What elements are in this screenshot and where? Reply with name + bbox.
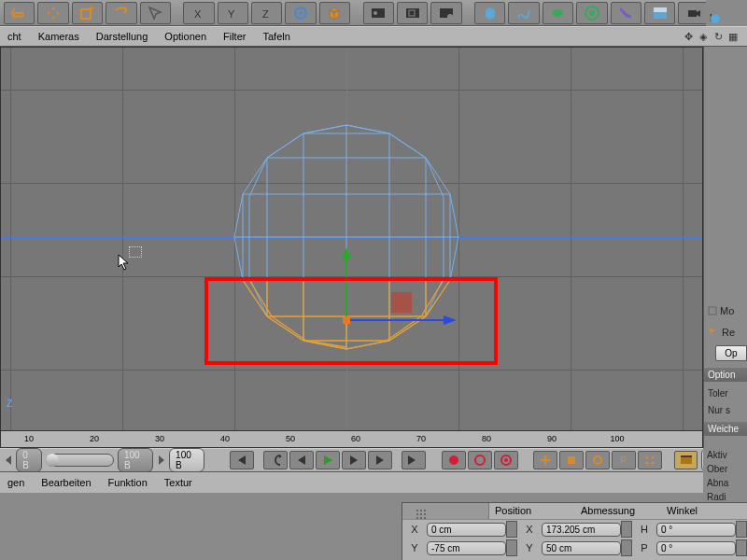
panel-grip-icon[interactable] — [402, 503, 489, 519]
dim-x-input[interactable]: 173.205 cm — [542, 523, 621, 537]
header-winkel: Winkel — [661, 503, 747, 519]
viewport[interactable]: Z — [0, 47, 703, 448]
frame-start-field[interactable]: 0 B — [16, 448, 42, 472]
menu-tafeln[interactable]: Tafeln — [262, 31, 289, 42]
header-position: Position — [489, 503, 575, 519]
pos-y-input[interactable]: -75 cm — [427, 541, 506, 555]
svg-point-50 — [475, 455, 485, 465]
key-scale-button[interactable] — [559, 451, 584, 469]
frame-end-field[interactable]: 100 B — [118, 448, 153, 472]
key-all-button[interactable] — [638, 451, 662, 469]
key-param-button[interactable]: P — [612, 451, 636, 469]
pan-view-icon[interactable]: ✥ — [682, 30, 695, 43]
primitive-icon[interactable] — [474, 2, 505, 24]
soft-surface[interactable]: Ober — [703, 462, 746, 476]
playback-controls — [230, 451, 426, 469]
redo-icon[interactable] — [106, 2, 136, 24]
generator-icon[interactable] — [576, 2, 607, 24]
timeline-prev-icon[interactable] — [4, 454, 12, 467]
label-y2: Y — [517, 542, 542, 553]
opt-tolerance[interactable]: Toler — [704, 386, 747, 400]
prev-frame-button[interactable] — [289, 451, 314, 469]
menu-funktion[interactable]: Funktion — [108, 477, 148, 488]
timeline-ruler[interactable]: 10 20 30 40 50 60 70 80 90 100 — [1, 430, 702, 447]
menu-filter[interactable]: Filter — [223, 31, 246, 42]
rot-p-input[interactable]: 0 ° — [656, 541, 736, 555]
label-p: P — [632, 542, 656, 553]
svg-text:P: P — [620, 455, 627, 466]
menu-darstellung[interactable]: Darstellung — [96, 31, 148, 42]
pos-y-spinner[interactable] — [506, 539, 517, 556]
spline-icon[interactable] — [508, 2, 539, 24]
frame-range-slider[interactable]: 0 B 100 B — [16, 448, 152, 472]
menu-textur[interactable]: Textur — [164, 477, 192, 488]
add-cube-icon[interactable]: + — [72, 2, 103, 24]
rot-h-spinner[interactable] — [736, 521, 747, 538]
svg-rect-15 — [654, 12, 667, 19]
record-controls — [442, 451, 518, 469]
camera-icon[interactable] — [678, 2, 709, 24]
dim-y-spinner[interactable] — [621, 539, 632, 556]
nurbs-icon[interactable] — [543, 2, 573, 24]
axis-y-icon[interactable]: Y — [218, 2, 248, 24]
render-icon[interactable] — [363, 2, 394, 24]
environment-icon[interactable] — [644, 2, 675, 24]
coord-icon[interactable] — [285, 2, 316, 24]
deformer-icon[interactable] — [611, 2, 641, 24]
undo-icon[interactable] — [4, 2, 35, 24]
keyframe-options-button[interactable] — [494, 451, 518, 469]
zoom-view-icon[interactable]: ◈ — [697, 30, 710, 43]
menu-erzeugen[interactable]: gen — [7, 477, 24, 488]
dim-x-spinner[interactable] — [621, 521, 632, 538]
axis-x-icon[interactable]: X — [183, 2, 214, 24]
svg-rect-61 — [681, 455, 692, 457]
cube-icon[interactable] — [319, 2, 350, 24]
key-rot-button[interactable] — [585, 451, 610, 469]
render-region-icon[interactable] — [397, 2, 428, 24]
pos-x-spinner[interactable] — [506, 521, 517, 538]
menu-optionen[interactable]: Optionen — [164, 31, 206, 42]
menu-bearbeiten[interactable]: Bearbeiten — [41, 477, 91, 488]
annotation-rectangle — [204, 277, 498, 365]
svg-rect-60 — [681, 456, 692, 464]
pos-x-input[interactable]: 0 cm — [427, 523, 506, 537]
svg-point-52 — [504, 458, 508, 462]
svg-text:Y: Y — [228, 8, 235, 20]
svg-rect-16 — [654, 7, 667, 12]
dim-y-input[interactable]: 50 cm — [542, 541, 621, 555]
play-button[interactable] — [316, 451, 340, 469]
goto-end-button[interactable] — [402, 451, 426, 469]
record-button[interactable] — [442, 451, 466, 469]
autokey-button[interactable] — [468, 451, 492, 469]
rotate-view-icon[interactable]: ↻ — [712, 30, 725, 43]
maximize-view-icon[interactable]: ▦ — [726, 30, 740, 43]
rot-h-input[interactable]: 0 ° — [656, 523, 736, 537]
sphere-object-icon[interactable] — [710, 13, 721, 24]
render-settings-icon[interactable] — [430, 2, 461, 24]
rect-select-row[interactable]: Re — [704, 325, 747, 340]
mode-row[interactable]: Mo — [704, 303, 747, 318]
current-frame-field[interactable]: 100 B — [169, 448, 204, 472]
header-abmessung: Abmessung — [575, 503, 661, 519]
menu-kameras[interactable]: Kameras — [38, 31, 79, 42]
axis-z-icon[interactable]: Z — [251, 2, 282, 24]
svg-point-56 — [645, 456, 648, 459]
axis-z-label: Z — [7, 399, 12, 409]
soft-falloff[interactable]: Abna — [703, 476, 746, 490]
rot-p-spinner[interactable] — [736, 539, 747, 556]
prev-key-button[interactable] — [263, 451, 288, 469]
next-key-button[interactable] — [368, 451, 392, 469]
goto-start-button[interactable] — [230, 451, 254, 469]
next-frame-button[interactable] — [342, 451, 366, 469]
material-menubar: gen Bearbeiten Funktion Textur — [0, 472, 747, 493]
menu-ansicht[interactable]: cht — [7, 31, 21, 42]
opt-only[interactable]: Nur s — [704, 403, 747, 417]
film-button[interactable] — [674, 451, 697, 469]
options-tab[interactable]: Op — [715, 345, 747, 361]
timeline-next-icon[interactable] — [157, 454, 165, 467]
select-icon[interactable] — [140, 2, 171, 24]
key-pos-button[interactable] — [533, 451, 557, 469]
move-icon[interactable] — [37, 2, 68, 24]
soft-active[interactable]: Aktiv — [703, 448, 746, 462]
svg-rect-48 — [709, 307, 716, 315]
